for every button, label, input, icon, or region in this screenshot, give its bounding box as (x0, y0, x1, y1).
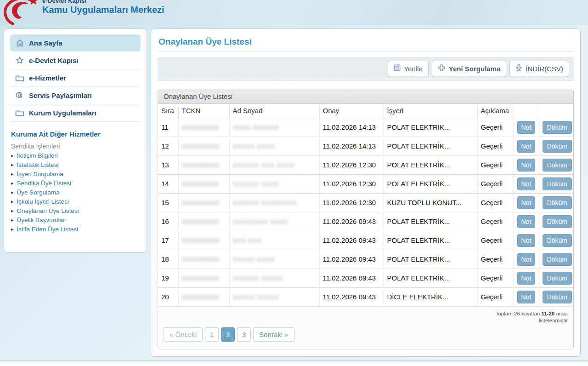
sidebar-link-sendika-uye-listesi[interactable]: ▸Sendika Üye Listesi (10, 178, 141, 188)
sidebar-link-label[interactable]: İşkolu İşyeri Listesi (17, 198, 69, 205)
cell-onay: 11.02.2026 09:43 (319, 269, 384, 287)
not-button[interactable]: Not (517, 159, 536, 172)
col-header-aciklama: Açıklama (477, 104, 514, 118)
pagination-page-1[interactable]: 1 (205, 327, 219, 342)
cell-aciklama: Geçerli (477, 269, 514, 287)
sidebar-link-iletisim-bilgileri[interactable]: ▸İletişim Bilgileri (10, 151, 141, 160)
not-button[interactable]: Not (517, 253, 536, 266)
cell-isyeri: POLAT ELEKTRİK... (384, 212, 477, 231)
dokum-button[interactable]: Döküm (543, 140, 572, 153)
toolbar: Yenile Yeni Sorgulama İNDİR(CSV) (158, 57, 574, 80)
not-button[interactable]: Not (517, 291, 536, 303)
dokum-button[interactable]: Döküm (543, 234, 572, 247)
pagination-page-2-active[interactable]: 2 (221, 327, 235, 342)
dokum-button[interactable]: Döküm (543, 121, 572, 134)
download-csv-button[interactable]: İNDİR(CSV) (509, 61, 569, 76)
record-count-summary: Toplam 26 kayıttan 11-20 arası listelenm… (471, 310, 568, 325)
cell-onay: 11.02.2026 09:43 (319, 212, 384, 231)
sidebar-item-servis-paylasimlari[interactable]: Servis Paylaşımları (10, 87, 141, 104)
results-panel-title: Onaylanan Üye Listesi (158, 89, 573, 104)
dokum-button[interactable]: Döküm (543, 272, 572, 285)
sidebar-link-label[interactable]: Sendika Üye Listesi (17, 180, 72, 187)
not-button[interactable]: Not (517, 177, 536, 190)
not-button[interactable]: Not (517, 234, 536, 247)
download-csv-button-label: İNDİR(CSV) (526, 65, 563, 73)
arrow-bullet-icon: ▸ (11, 217, 14, 223)
sidebar-link-label[interactable]: İletişim Bilgileri (17, 152, 58, 159)
table-row: 17 0000000000 XXX XXX 11.02.2026 09:43 P… (158, 231, 573, 250)
sidebar-link-label[interactable]: Onaylanan Üye Listesi (17, 207, 79, 214)
col-header-not (514, 104, 539, 118)
sidebar-item-label: e-Devlet Kapısı (29, 57, 79, 64)
cell-onay: 11.02.2026 09:43 (319, 287, 384, 306)
sidebar-link-uyelik-basvurulari[interactable]: ▸Üyelik Başvuruları (10, 215, 141, 224)
table-row: 13 0000000000 XXXXXX XXX XXXX 11.02.2026… (158, 155, 573, 174)
pagination-next-button[interactable]: Sonraki » (253, 327, 294, 342)
sidebar-link-label[interactable]: Üyelik Başvuruları (17, 217, 67, 223)
sidebar-link-istatistik-listesi[interactable]: ▸İstatistik Listesi (10, 160, 141, 169)
col-header-ad-soyad: Ad Soyad (229, 104, 319, 118)
list-icon (394, 64, 401, 73)
cell-sira: 13 (158, 155, 178, 174)
refresh-button[interactable]: Yenile (388, 61, 428, 76)
not-button[interactable]: Not (517, 196, 536, 209)
sidebar-link-label[interactable]: İstifa Eden Üye Listesi (17, 226, 79, 233)
table-row: 14 0000000000 XXXXXX XXXX 11.02.2026 12:… (158, 174, 573, 193)
col-header-sira: Sıra (158, 104, 178, 118)
cell-isyeri: KUZU TOPLU KONUT... (384, 193, 477, 212)
table-row: 19 0000000000 XXXXXX XXXXX 11.02.2026 09… (158, 269, 573, 287)
main-content: Onaylanan Üye Listesi Yenile Yeni Sorgul… (151, 29, 581, 357)
cell-tckn-redacted: 0000000000 (182, 237, 220, 244)
download-icon (515, 64, 522, 73)
sidebar-link-label[interactable]: Üye Sorgulama (17, 189, 60, 196)
not-button[interactable]: Not (517, 140, 536, 153)
folder-icon (15, 74, 25, 82)
sidebar-link-iskolu-isyeri-listesi[interactable]: ▸İşkolu İşyeri Listesi (10, 197, 141, 206)
sidebar-link-uye-sorgulama[interactable]: ▸Üye Sorgulama (10, 188, 141, 197)
sidebar-link-isyeri-sorgulama[interactable]: ▸İşyeri Sorgulama (10, 169, 141, 178)
not-button[interactable]: Not (517, 121, 536, 134)
record-range: 11-20 (541, 311, 554, 316)
dokum-button[interactable]: Döküm (543, 215, 572, 228)
sidebar-link-label[interactable]: İstatistik Listesi (17, 161, 59, 168)
cell-aciklama: Geçerli (477, 118, 514, 137)
sidebar-item-edevlet-kapisi[interactable]: e-Devlet Kapısı (10, 52, 141, 69)
cell-aciklama: Geçerli (477, 231, 514, 250)
sidebar-item-kurum-uygulamalari[interactable]: Kurum Uygulamaları (10, 104, 141, 122)
table-row: 12 0000000000 XXXXX XXXX 11.02.2026 14:1… (158, 137, 573, 155)
arrow-bullet-icon: ▸ (11, 180, 14, 186)
cell-aciklama: Geçerli (477, 287, 514, 306)
dokum-button[interactable]: Döküm (543, 196, 572, 209)
sidebar: Ana Sayfa e-Devlet Kapısı e-Hizmetler (4, 29, 147, 253)
pagination-page-3[interactable]: 3 (237, 327, 251, 342)
cell-name-redacted: XXXXX XXXX (233, 143, 275, 150)
cell-name-redacted: XXXXXX XXXX (233, 181, 279, 188)
col-header-tckn: TCKN (178, 104, 229, 118)
pagination-prev-button[interactable]: « Önceki (164, 327, 203, 342)
sidebar-item-ana-sayfa[interactable]: Ana Sayfa (10, 34, 141, 51)
cell-onay: 11.02.2026 09:43 (319, 231, 384, 250)
dokum-button[interactable]: Döküm (543, 159, 572, 172)
dokum-button[interactable]: Döküm (543, 253, 572, 266)
col-header-isyeri: İşyeri (384, 104, 477, 118)
dokum-button[interactable]: Döküm (543, 177, 572, 190)
dokum-button[interactable]: Döküm (543, 291, 572, 303)
new-query-button-label: Yeni Sorgulama (449, 65, 501, 73)
sidebar-links: ▸İletişim Bilgileri ▸İstatistik Listesi … (10, 151, 141, 234)
cell-aciklama: Geçerli (477, 155, 514, 174)
sidebar-item-e-hizmetler[interactable]: e-Hizmetler (10, 69, 141, 87)
cell-onay: 11.02.2026 09:43 (319, 250, 384, 269)
sidebar-link-istifa-eden-uye-listesi[interactable]: ▸İstifa Eden Üye Listesi (10, 224, 141, 234)
cell-sira: 17 (158, 231, 178, 250)
folder-icon (15, 109, 25, 117)
not-button[interactable]: Not (517, 215, 536, 228)
share-icon (15, 91, 25, 100)
sidebar-link-onaylanan-uye-listesi[interactable]: ▸Onaylanan Üye Listesi (10, 206, 141, 215)
cell-isyeri: POLAT ELEKTRİK... (384, 269, 477, 287)
sidebar-link-label[interactable]: İşyeri Sorgulama (17, 171, 63, 177)
not-button[interactable]: Not (517, 272, 536, 285)
cell-tckn-redacted: 0000000000 (182, 181, 220, 188)
table-row: 18 0000000000 XXXXX XXXX 11.02.2026 09:4… (158, 250, 573, 269)
arrow-bullet-icon: ▸ (11, 208, 14, 214)
new-query-button[interactable]: Yeni Sorgulama (432, 61, 507, 76)
